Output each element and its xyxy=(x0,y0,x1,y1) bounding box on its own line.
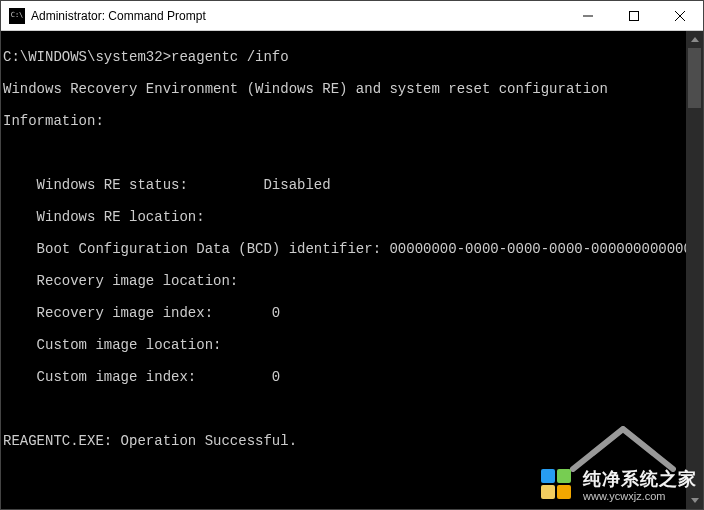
svg-rect-1 xyxy=(630,11,639,20)
terminal-line: Windows RE location: xyxy=(3,209,686,225)
terminal-line xyxy=(3,465,686,481)
chevron-down-icon xyxy=(691,498,699,503)
window-controls xyxy=(565,1,703,30)
scroll-down-button[interactable] xyxy=(686,492,703,509)
chevron-up-icon xyxy=(691,37,699,42)
terminal-line xyxy=(3,497,686,509)
close-icon xyxy=(675,11,685,21)
terminal-line: C:\WINDOWS\system32>reagentc /info xyxy=(3,49,686,65)
minimize-button[interactable] xyxy=(565,1,611,30)
window-title: Administrator: Command Prompt xyxy=(31,9,565,23)
command-text: reagentc /info xyxy=(171,49,289,65)
terminal-line xyxy=(3,401,686,417)
terminal-line: Boot Configuration Data (BCD) identifier… xyxy=(3,241,686,257)
command-prompt-window: C:\ Administrator: Command Prompt C:\WIN… xyxy=(0,0,704,510)
scroll-up-button[interactable] xyxy=(686,31,703,48)
cmd-icon: C:\ xyxy=(9,8,25,24)
svg-marker-4 xyxy=(691,37,699,42)
maximize-icon xyxy=(629,11,639,21)
terminal-line xyxy=(3,145,686,161)
terminal-wrap: C:\WINDOWS\system32>reagentc /info Windo… xyxy=(1,31,703,509)
terminal-line: Custom image location: xyxy=(3,337,686,353)
prompt-path: C:\WINDOWS\system32> xyxy=(3,49,171,65)
minimize-icon xyxy=(583,11,593,21)
terminal-line: Recovery image location: xyxy=(3,273,686,289)
svg-marker-5 xyxy=(691,498,699,503)
terminal-line: Custom image index: 0 xyxy=(3,369,686,385)
terminal[interactable]: C:\WINDOWS\system32>reagentc /info Windo… xyxy=(1,31,686,509)
scroll-thumb[interactable] xyxy=(688,48,701,108)
close-button[interactable] xyxy=(657,1,703,30)
terminal-line: Windows Recovery Environment (Windows RE… xyxy=(3,81,686,97)
terminal-line: Information: xyxy=(3,113,686,129)
titlebar[interactable]: C:\ Administrator: Command Prompt xyxy=(1,1,703,31)
terminal-line: REAGENTC.EXE: Operation Successful. xyxy=(3,433,686,449)
terminal-line: Windows RE status: Disabled xyxy=(3,177,686,193)
maximize-button[interactable] xyxy=(611,1,657,30)
vertical-scrollbar[interactable] xyxy=(686,31,703,509)
terminal-line: Recovery image index: 0 xyxy=(3,305,686,321)
